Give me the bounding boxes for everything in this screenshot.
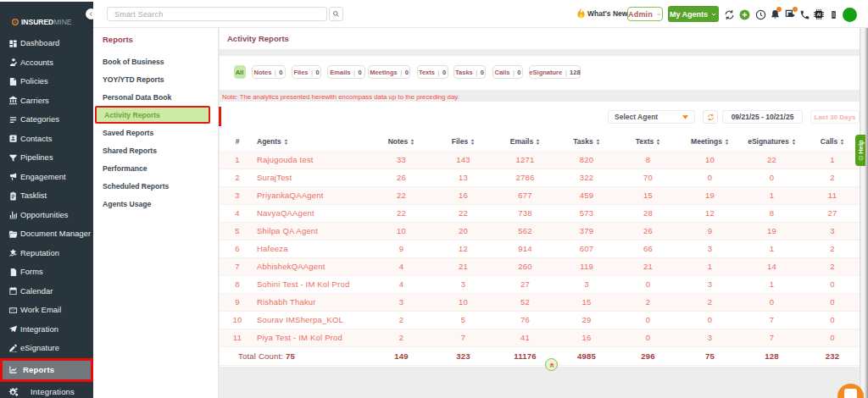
svg-text:AI: AI [816,13,821,17]
